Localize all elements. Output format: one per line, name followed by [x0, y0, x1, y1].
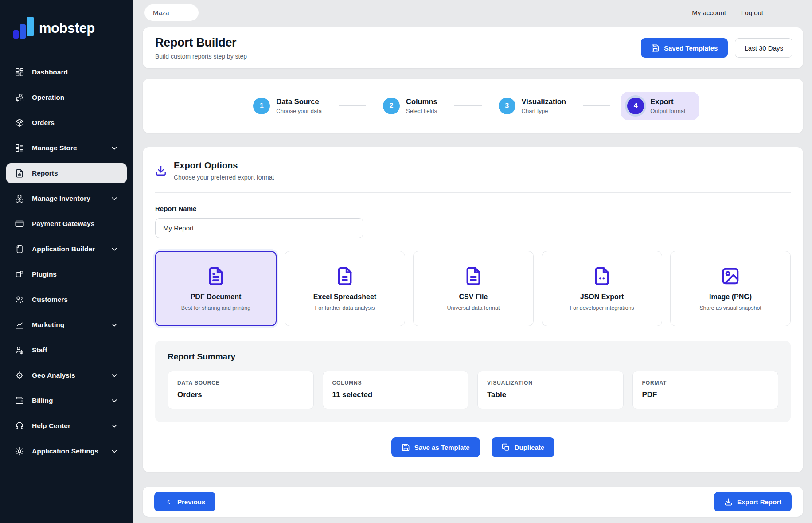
- logout-link[interactable]: Log out: [741, 9, 763, 16]
- sidebar-item[interactable]: Application Settings: [6, 441, 127, 461]
- payment-gateways-icon: [15, 219, 24, 229]
- file-text-icon: [206, 266, 226, 286]
- staff-icon: [15, 345, 24, 355]
- chevron-down-icon: [110, 245, 118, 253]
- chevron-down-icon: [110, 447, 118, 455]
- chevron-down-icon: [110, 144, 118, 152]
- saved-templates-button[interactable]: Saved Templates: [641, 38, 728, 58]
- format-card[interactable]: Excel Spreadsheet For further data analy…: [285, 251, 405, 326]
- step-sublabel: Select fields: [406, 108, 437, 114]
- summary-value: Orders: [177, 390, 304, 399]
- page-header-card: Report Builder Build custom reports step…: [143, 27, 803, 68]
- step-number-badge: 4: [627, 98, 644, 114]
- format-card[interactable]: PDF Document Best for sharing and printi…: [155, 251, 277, 326]
- stepper-step[interactable]: 2 Columns Select fields: [377, 92, 444, 120]
- summary-card: COLUMNS 11 selected: [323, 371, 469, 409]
- divider: [155, 192, 791, 193]
- step-sublabel: Chart type: [522, 108, 566, 114]
- summary-value: 11 selected: [332, 390, 459, 399]
- topbar-links: My account Log out: [692, 9, 763, 16]
- save-as-template-button[interactable]: Save as Template: [391, 437, 480, 457]
- topbar: My account Log out: [133, 0, 812, 25]
- logo-bars-icon: [13, 17, 34, 40]
- previous-button[interactable]: Previous: [154, 492, 215, 511]
- sidebar-item[interactable]: Dashboard: [6, 62, 127, 82]
- sidebar-item-label: Plugins: [32, 270, 57, 278]
- sidebar-item[interactable]: Operation: [6, 87, 127, 107]
- chevron-down-icon: [110, 422, 118, 430]
- sidebar-item[interactable]: Geo Analysis: [6, 365, 127, 385]
- step-connector: [454, 105, 482, 106]
- chevron-down-icon: [110, 321, 118, 329]
- file-spreadsheet-icon: [335, 266, 355, 286]
- sidebar-item[interactable]: Orders: [6, 113, 127, 133]
- step-label: Data Source: [276, 98, 322, 106]
- export-report-button[interactable]: Export Report: [714, 492, 792, 511]
- export-options-card: Export Options Choose your preferred exp…: [143, 147, 803, 472]
- report-name-input[interactable]: [155, 218, 363, 238]
- stepper-step[interactable]: 1 Data Source Choose your data: [247, 92, 328, 120]
- sidebar-item[interactable]: Payment Gateways: [6, 214, 127, 234]
- report-summary: Report Summary DATA SOURCE Orders COLUMN…: [155, 341, 791, 422]
- sidebar-item[interactable]: Manage Store: [6, 138, 127, 158]
- download-icon: [155, 165, 167, 176]
- chevron-down-icon: [110, 371, 118, 379]
- summary-card: VISUALIZATION Table: [477, 371, 624, 409]
- sidebar-item[interactable]: Application Builder: [6, 239, 127, 259]
- orders-icon: [15, 118, 24, 128]
- summary-value: Table: [487, 390, 614, 399]
- sidebar-item-label: Dashboard: [32, 68, 68, 76]
- footer-bar: Previous Export Report: [143, 487, 803, 517]
- dashboard-icon: [15, 67, 24, 77]
- export-options-title: Export Options: [174, 160, 274, 171]
- format-card[interactable]: CSV File Universal data format: [413, 251, 534, 326]
- sidebar-item-label: Marketing: [32, 321, 64, 329]
- report-name-label: Report Name: [155, 205, 791, 212]
- file-json-icon: [592, 266, 612, 286]
- format-title: PDF Document: [191, 293, 242, 301]
- sidebar-item-label: Staff: [32, 346, 47, 354]
- summary-label: COLUMNS: [332, 380, 459, 386]
- step-number-badge: 2: [383, 98, 400, 114]
- sidebar-item[interactable]: Billing: [6, 390, 127, 410]
- sidebar-item-label: Reports: [32, 169, 58, 177]
- duplicate-button[interactable]: Duplicate: [492, 437, 555, 457]
- marketing-icon: [15, 320, 24, 330]
- sidebar-item[interactable]: Marketing: [6, 315, 127, 335]
- sidebar-item[interactable]: Manage Inventory: [6, 188, 127, 208]
- search-input[interactable]: [144, 4, 199, 21]
- chevron-left-icon: [164, 498, 173, 506]
- brand-logo: mobstep: [0, 13, 133, 41]
- format-title: JSON Export: [580, 293, 624, 301]
- customers-icon: [15, 295, 24, 304]
- format-card[interactable]: JSON Export For developer integrations: [542, 251, 662, 326]
- download-icon: [724, 498, 733, 506]
- reports-icon: [15, 168, 24, 178]
- stepper-step[interactable]: 3 Visualization Chart type: [492, 92, 573, 120]
- step-label: Export: [650, 98, 685, 106]
- sidebar-item[interactable]: Plugins: [6, 264, 127, 284]
- sidebar-item[interactable]: Reports: [6, 163, 127, 183]
- format-title: Image (PNG): [709, 293, 752, 301]
- step-connector: [339, 105, 366, 106]
- sidebar-item[interactable]: Staff: [6, 340, 127, 360]
- save-icon: [402, 443, 410, 452]
- brand-name: mobstep: [39, 20, 95, 36]
- stepper-step[interactable]: 4 Export Output format: [621, 92, 699, 120]
- sidebar-item-label: Application Builder: [32, 245, 95, 253]
- format-card[interactable]: Image (PNG) Share as visual snapshot: [670, 251, 791, 326]
- actions-row: Save as Template Duplicate: [155, 437, 791, 457]
- copy-icon: [502, 443, 510, 452]
- date-range-button[interactable]: Last 30 Days: [735, 38, 792, 58]
- sidebar-item[interactable]: Help Center: [6, 416, 127, 436]
- stepper-card: 1 Data Source Choose your data 2: [143, 79, 803, 133]
- sidebar-item[interactable]: Customers: [6, 289, 127, 309]
- format-title: CSV File: [459, 293, 488, 301]
- application-builder-icon: [15, 244, 24, 254]
- report-summary-title: Report Summary: [168, 352, 778, 362]
- my-account-link[interactable]: My account: [692, 9, 726, 16]
- format-subtitle: For developer integrations: [570, 305, 634, 311]
- main-area: My account Log out Report Builder Build …: [133, 0, 812, 523]
- billing-icon: [15, 396, 24, 406]
- manage-store-icon: [15, 143, 24, 153]
